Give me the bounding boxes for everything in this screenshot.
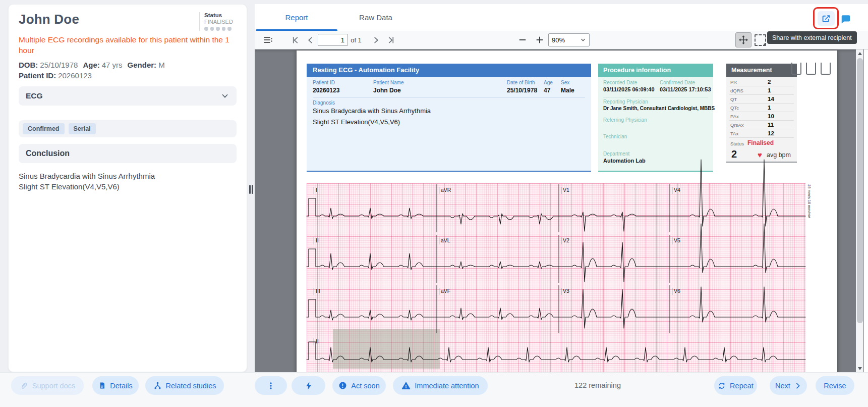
measurement-row: dQRS1 xyxy=(729,86,794,95)
pan-tool-button-wrap xyxy=(735,31,751,49)
share-highlight-box xyxy=(813,7,839,29)
referring-physician-label: Referring Physician xyxy=(603,117,647,123)
pan-move-icon xyxy=(738,35,748,45)
tab-report[interactable]: Report xyxy=(256,4,337,31)
revise-button[interactable]: Revise xyxy=(816,376,854,395)
sidebar-toggle-icon xyxy=(263,35,273,44)
sidebar-toggle-button[interactable] xyxy=(261,31,276,49)
page-number-input[interactable] xyxy=(318,34,348,46)
confirmed-badge: Confirmed xyxy=(23,123,65,134)
share-icon xyxy=(821,14,831,24)
measurement-rows: PR2dQRS1QT14QTc1PAx10QrsAx11TAx12 xyxy=(726,78,797,138)
patient-sidebar: John Doe Status FINALISED Multiple ECG r… xyxy=(8,4,247,372)
dob-value: 25/10/1978 xyxy=(40,61,78,69)
tab-raw-data[interactable]: Raw Data xyxy=(338,4,414,31)
procedure-panel: Recorded Date 03/11/2025 06:09:40 Confir… xyxy=(598,77,713,172)
demographics-line: DOB:25/10/1978Age:47 yrsGender:M xyxy=(19,60,237,70)
field-label: Sex xyxy=(561,80,569,85)
immediate-attention-label: Immediate attention xyxy=(415,382,479,390)
scrollbar-thumb[interactable] xyxy=(857,58,863,323)
scroll-up-button[interactable] xyxy=(856,49,863,57)
ecg-section-header[interactable]: ECG xyxy=(19,86,237,106)
support-docs-button[interactable]: Support docs xyxy=(11,376,84,395)
share-button[interactable] xyxy=(818,11,835,26)
field-label: Patient ID xyxy=(313,80,335,85)
quick-action-button[interactable] xyxy=(292,376,325,395)
status-label: Status xyxy=(730,141,744,146)
app-root: John Doe Status FINALISED Multiple ECG r… xyxy=(0,0,868,407)
confirmed-date-value: 03/11/2025 17:10:53 xyxy=(660,86,711,92)
next-page-button[interactable] xyxy=(370,31,382,49)
next-button[interactable]: Next xyxy=(770,376,807,395)
measurement-title-bar: Measurement xyxy=(726,64,797,77)
chat-bubble-icon xyxy=(840,14,851,25)
chevron-down-icon xyxy=(580,37,586,43)
reporting-physician-label: Reporting Physician xyxy=(603,99,648,105)
immediate-attention-button[interactable]: Immediate attention xyxy=(393,376,488,395)
details-label: Details xyxy=(110,382,132,390)
revise-label: Revise xyxy=(824,382,846,390)
tab-bar: Report Raw Data xyxy=(255,4,868,31)
chevron-left-icon xyxy=(306,36,315,44)
avg-bpm-row: 2 ♥ avg bpm xyxy=(729,148,794,162)
page-of-label: of 1 xyxy=(348,31,365,49)
diagnosis-label: Diagnosis xyxy=(313,100,335,106)
zoom-out-button[interactable] xyxy=(516,31,529,49)
repeat-label: Repeat xyxy=(730,382,754,390)
previous-page-button[interactable] xyxy=(304,31,316,49)
main-panel: Report Raw Data xyxy=(255,4,868,372)
chevron-right-icon xyxy=(794,382,801,389)
bpm-label: avg bpm xyxy=(767,151,791,159)
related-studies-button[interactable]: Related studies xyxy=(145,376,224,395)
scroll-down-button[interactable] xyxy=(856,365,863,372)
measurement-row: QrsAx11 xyxy=(729,121,794,129)
marquee-zoom-button[interactable] xyxy=(754,31,767,49)
zoom-in-button[interactable] xyxy=(533,31,546,49)
more-options-button[interactable] xyxy=(255,376,287,395)
patient-id-label: Patient ID: xyxy=(19,71,56,80)
bpm-value: 2 xyxy=(731,148,737,160)
marquee-zoom-icon xyxy=(755,34,766,46)
department-label: Department xyxy=(603,151,629,157)
status-block: Status FINALISED xyxy=(199,12,237,31)
sidebar-header: John Doe Status FINALISED xyxy=(19,12,237,31)
repeat-icon xyxy=(718,382,726,390)
serial-badge: Serial xyxy=(69,123,96,134)
field-value: 47 xyxy=(544,87,550,94)
details-button[interactable]: Details xyxy=(92,376,139,395)
patient-id-value: 20260123 xyxy=(58,71,92,80)
divider xyxy=(603,97,708,97)
measurement-row: QTc1 xyxy=(729,104,794,112)
divider xyxy=(313,97,585,97)
field-value: John Doe xyxy=(373,87,401,94)
field-value: 20260123 xyxy=(313,87,339,94)
field-value: Male xyxy=(561,87,574,94)
patient-id-line: Patient ID:20260123 xyxy=(19,71,237,80)
multiple-ecg-warning: Multiple ECG recordings available for th… xyxy=(19,34,237,56)
report-title-bar: Resting ECG - Automation Facility xyxy=(307,64,591,77)
vertical-scrollbar[interactable] xyxy=(856,49,863,372)
measurement-panel: PR2dQRS1QT14QTc1PAx10QrsAx11TAx12 Status… xyxy=(726,77,797,163)
last-page-button[interactable] xyxy=(385,31,397,49)
related-studies-label: Related studies xyxy=(166,382,216,390)
act-soon-button[interactable]: Act soon xyxy=(332,376,386,395)
recorded-date-value: 03/11/2025 06:09:40 xyxy=(603,86,655,92)
paperclip-icon xyxy=(20,381,28,390)
report-page: Resting ECG - Automation Facility Patien… xyxy=(297,50,837,372)
chat-button[interactable] xyxy=(840,14,851,25)
pan-tool-button[interactable] xyxy=(735,32,751,47)
repeat-button[interactable]: Repeat xyxy=(714,376,757,395)
age-label: Age: xyxy=(83,61,99,69)
report-patient-panel: Patient ID 20260123 Patient Name John Do… xyxy=(307,77,591,172)
zoom-select[interactable]: 90% xyxy=(548,33,590,46)
chevron-down-icon xyxy=(220,91,229,100)
procedure-title-bar: Procedure information xyxy=(598,64,713,77)
zoom-select-wrap: 90% xyxy=(548,31,590,49)
panel-resize-handle[interactable] xyxy=(249,184,254,195)
first-page-button[interactable] xyxy=(289,31,301,49)
bottom-action-bar: Support docs Details Related studies xyxy=(0,372,868,407)
patient-name: John Doe xyxy=(19,12,79,27)
last-page-icon xyxy=(387,36,395,44)
toolbar-overflow-icons[interactable] xyxy=(791,63,831,75)
confirmed-date-label: Confirmed Date xyxy=(660,80,695,85)
